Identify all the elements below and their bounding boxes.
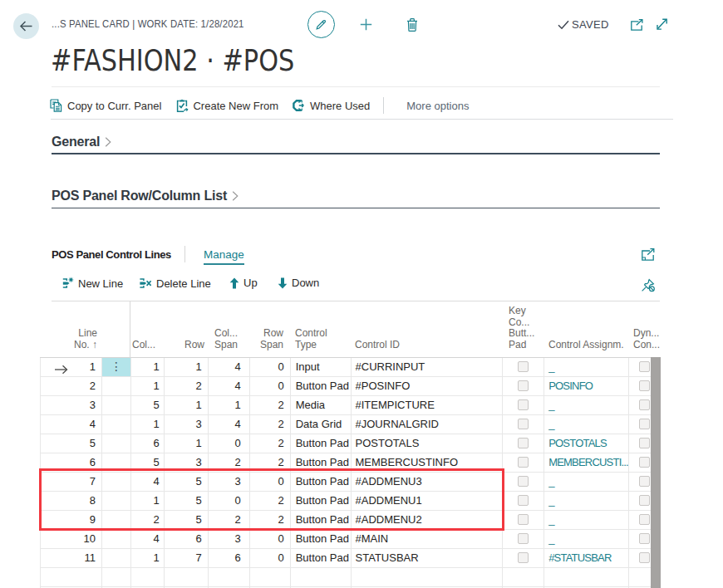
dynamic-control-checkbox[interactable] bbox=[639, 438, 650, 448]
cell-col[interactable]: 4 bbox=[131, 473, 165, 491]
cell-assign[interactable]: _ bbox=[544, 530, 629, 548]
column-header-menu[interactable] bbox=[101, 301, 130, 357]
open-in-window-button[interactable] bbox=[631, 19, 643, 31]
cell-rspan[interactable]: 2 bbox=[250, 453, 291, 472]
dynamic-control-checkbox[interactable] bbox=[639, 419, 650, 429]
cell-line[interactable]: 9 bbox=[41, 511, 102, 529]
cell-id[interactable]: STATUSBAR bbox=[352, 549, 504, 567]
grid-row[interactable]: 35112Media#ITEMPICTURE_ bbox=[40, 396, 661, 415]
cell-assign[interactable]: #STATUSBAR bbox=[544, 549, 629, 567]
cell-assign[interactable]: _ bbox=[544, 492, 629, 510]
dynamic-control-checkbox[interactable] bbox=[639, 457, 650, 468]
control-assignment-link[interactable]: #STATUSBAR bbox=[548, 551, 611, 564]
dynamic-control-checkbox[interactable] bbox=[639, 380, 650, 391]
cell-cspan[interactable]: 2 bbox=[209, 511, 250, 529]
cell-type[interactable]: Button Pad bbox=[291, 511, 352, 529]
key-command-button-pad-checkbox[interactable] bbox=[518, 495, 529, 506]
delete-document-button[interactable] bbox=[406, 18, 418, 32]
cell-col[interactable]: 1 bbox=[131, 358, 165, 376]
cell-row[interactable]: 5 bbox=[165, 473, 209, 491]
cell-col[interactable]: 2 bbox=[131, 511, 165, 529]
control-assignment-link[interactable]: _ bbox=[548, 513, 553, 526]
cell-line[interactable]: 3 bbox=[41, 396, 102, 414]
cell-line[interactable]: 4 bbox=[41, 415, 102, 434]
create-new-from-button[interactable]: Create New From bbox=[175, 99, 278, 112]
key-command-button-pad-checkbox[interactable] bbox=[518, 380, 529, 391]
grid-vertical-scrollbar[interactable] bbox=[651, 357, 661, 588]
cell-menu[interactable] bbox=[102, 396, 131, 414]
dynamic-control-checkbox[interactable] bbox=[639, 533, 650, 544]
cell-assign[interactable]: _ bbox=[544, 473, 629, 491]
key-command-button-pad-checkbox[interactable] bbox=[518, 552, 529, 563]
cell-row[interactable]: 7 bbox=[165, 549, 209, 567]
cell-id[interactable]: #MAIN bbox=[352, 530, 504, 548]
cell-line[interactable]: 7 bbox=[41, 473, 102, 491]
cell-keypad[interactable] bbox=[503, 377, 544, 395]
dynamic-control-checkbox[interactable] bbox=[639, 495, 650, 506]
current-cell-menu[interactable]: ⋮ bbox=[102, 358, 131, 376]
grid-row[interactable]: 104630Button Pad#MAIN_ bbox=[40, 530, 661, 549]
delete-line-button[interactable]: Delete Line bbox=[138, 277, 211, 290]
control-assignment-link[interactable]: _ bbox=[548, 494, 553, 507]
cell-rspan[interactable]: 0 bbox=[250, 358, 291, 376]
cell-id[interactable]: MEMBERCUSTINFO bbox=[352, 453, 504, 472]
cell-menu[interactable] bbox=[102, 492, 131, 510]
tab-manage[interactable]: Manage bbox=[204, 248, 244, 265]
column-header-line[interactable]: LineNo. ↑ bbox=[40, 301, 101, 357]
cell-menu[interactable] bbox=[102, 530, 131, 548]
cell-assign[interactable]: _ bbox=[544, 358, 629, 376]
expand-button[interactable] bbox=[657, 18, 667, 30]
column-header-cspan[interactable]: Col...Span bbox=[208, 301, 249, 357]
cell-line[interactable]: 11 bbox=[41, 549, 102, 567]
cell-keypad[interactable] bbox=[503, 473, 544, 491]
cell-cspan[interactable]: 4 bbox=[209, 358, 250, 376]
cell-id[interactable]: #CURRINPUT bbox=[352, 358, 504, 376]
cell-rspan[interactable]: 2 bbox=[250, 415, 291, 434]
cell-keypad[interactable] bbox=[503, 492, 544, 510]
cell-rspan[interactable]: 2 bbox=[250, 396, 291, 414]
open-part-in-window-button[interactable] bbox=[642, 248, 655, 262]
section-general[interactable]: General bbox=[52, 135, 111, 149]
column-header-id[interactable]: Control ID bbox=[351, 301, 503, 357]
cell-type[interactable]: Button Pad bbox=[291, 492, 352, 510]
cell-rspan[interactable]: 0 bbox=[250, 473, 291, 491]
new-document-button[interactable] bbox=[360, 18, 372, 31]
cell-assign[interactable]: _ bbox=[544, 396, 629, 414]
edit-button[interactable] bbox=[307, 11, 335, 38]
grid-row[interactable]: 81502Button Pad#ADDMENU1_ bbox=[40, 492, 661, 511]
cell-rspan[interactable]: 2 bbox=[250, 492, 291, 510]
section-row-column-list[interactable]: POS Panel Row/Column List bbox=[52, 189, 239, 203]
cell-rspan[interactable]: 2 bbox=[250, 511, 291, 529]
move-down-button[interactable]: Down bbox=[278, 277, 319, 289]
control-assignment-link[interactable]: _ bbox=[548, 399, 553, 411]
cell-rspan[interactable]: 2 bbox=[250, 434, 291, 453]
cell-row[interactable]: 1 bbox=[165, 396, 209, 414]
cell-keypad[interactable] bbox=[503, 511, 544, 529]
cell-type[interactable]: Button Pad bbox=[291, 453, 352, 472]
cell-row[interactable]: 1 bbox=[165, 434, 209, 453]
cell-menu[interactable] bbox=[102, 415, 131, 434]
key-command-button-pad-checkbox[interactable] bbox=[518, 399, 529, 410]
cell-menu[interactable] bbox=[102, 473, 131, 491]
column-header-col[interactable]: Col... bbox=[130, 301, 164, 357]
cell-cspan[interactable]: 2 bbox=[209, 453, 250, 472]
cell-cspan[interactable]: 0 bbox=[209, 492, 250, 510]
cell-line[interactable]: 8 bbox=[41, 492, 102, 510]
cell-row[interactable]: 5 bbox=[165, 492, 209, 510]
grid-row[interactable]: 41342Data Grid#JOURNALGRID_ bbox=[40, 415, 661, 434]
column-header-rspan[interactable]: RowSpan bbox=[249, 301, 290, 357]
key-command-button-pad-checkbox[interactable] bbox=[518, 438, 529, 448]
cell-keypad[interactable] bbox=[503, 396, 544, 414]
cell-id[interactable]: #ADDMENU3 bbox=[352, 473, 504, 491]
cell-keypad[interactable] bbox=[503, 453, 544, 472]
cell-assign[interactable]: _ bbox=[544, 415, 629, 434]
control-assignment-link[interactable]: _ bbox=[548, 475, 553, 488]
cell-menu[interactable] bbox=[102, 434, 131, 453]
cell-line[interactable]: 1 bbox=[41, 358, 102, 376]
copy-to-curr-panel-button[interactable]: Copy to Curr. Panel bbox=[50, 99, 161, 112]
cell-col[interactable]: 5 bbox=[131, 453, 165, 472]
grid-row[interactable]: 21240Button Pad#POSINFOPOSINFO bbox=[40, 377, 661, 396]
control-assignment-link[interactable]: POSTOTALS bbox=[548, 437, 607, 449]
new-line-button[interactable]: New Line bbox=[61, 277, 123, 290]
cell-row[interactable]: 1 bbox=[165, 358, 209, 376]
